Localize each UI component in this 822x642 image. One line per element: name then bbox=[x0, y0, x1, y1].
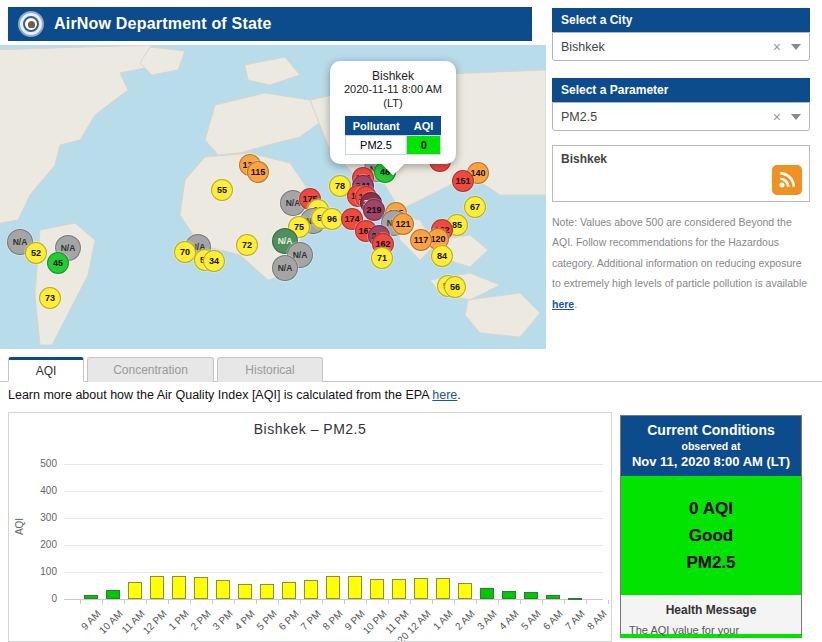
aqi-map-marker[interactable]: 56 bbox=[444, 276, 466, 298]
aqi-map-marker[interactable]: 73 bbox=[39, 287, 61, 309]
learn-more-text: Learn more about how the Air Quality Ind… bbox=[8, 388, 432, 402]
aqi-map-marker[interactable]: 70 bbox=[174, 241, 196, 263]
chart-bar[interactable] bbox=[106, 590, 120, 599]
aqi-map-marker[interactable]: 55 bbox=[211, 179, 233, 201]
current-conditions-header: Current Conditions observed at Nov 11, 2… bbox=[621, 416, 801, 476]
aqi-value: 0 AQI bbox=[621, 499, 801, 519]
chart-bar[interactable] bbox=[348, 576, 362, 599]
feed-box: Bishkek bbox=[552, 145, 810, 202]
chart-x-tick bbox=[498, 600, 499, 604]
note-text: Note: Values above 500 are considered Be… bbox=[552, 216, 807, 289]
airnow-page: AirNow Department of State N/A52N/A45731… bbox=[0, 0, 822, 642]
chart-x-tick bbox=[300, 600, 301, 604]
chart-bar[interactable] bbox=[194, 577, 208, 599]
chevron-down-icon[interactable] bbox=[791, 114, 801, 120]
aqi-map-marker[interactable]: 121 bbox=[392, 213, 414, 235]
chart-title: Bishkek – PM2.5 bbox=[9, 421, 611, 437]
aqi-pollutant: PM2.5 bbox=[621, 553, 801, 573]
chart-x-tick bbox=[432, 600, 433, 604]
chart-bar[interactable] bbox=[568, 598, 582, 600]
health-message-text: The AQI value for your community is betw… bbox=[629, 621, 793, 642]
chart-x-tick bbox=[454, 600, 455, 604]
chart-bar[interactable] bbox=[326, 576, 340, 599]
chart-gridline bbox=[64, 572, 603, 573]
aqi-map-marker[interactable]: 117 bbox=[410, 229, 432, 251]
chart-y-tick-label: 100 bbox=[17, 566, 57, 577]
aqi-map-marker[interactable]: 96 bbox=[321, 208, 343, 230]
chart-x-tick bbox=[102, 600, 103, 604]
aqi-map-marker[interactable]: 45 bbox=[47, 252, 69, 274]
chart-gridline bbox=[64, 464, 603, 465]
current-conditions-panel: Current Conditions observed at Nov 11, 2… bbox=[620, 415, 802, 638]
clear-x-icon[interactable]: × bbox=[773, 39, 781, 55]
chart-x-tick bbox=[520, 600, 521, 604]
tab-historical[interactable]: Historical bbox=[217, 357, 323, 382]
chevron-down-icon[interactable] bbox=[791, 44, 801, 50]
chart-bar[interactable] bbox=[480, 588, 494, 599]
chart-y-tick-label: 200 bbox=[17, 539, 57, 550]
chart-x-tick bbox=[476, 600, 477, 604]
rss-icon[interactable] bbox=[772, 165, 802, 195]
chart-bar[interactable] bbox=[172, 576, 186, 599]
aqi-map-marker[interactable]: 115 bbox=[247, 161, 269, 183]
chart-bar[interactable] bbox=[304, 580, 318, 599]
chart-x-tick bbox=[410, 600, 411, 604]
chart-bar[interactable] bbox=[458, 583, 472, 599]
chart-gridline bbox=[64, 518, 603, 519]
chart-bar[interactable] bbox=[414, 578, 428, 599]
chart-bar[interactable] bbox=[392, 579, 406, 599]
popup-timezone: (LT) bbox=[336, 97, 450, 111]
chart-bar[interactable] bbox=[370, 579, 384, 599]
chart-y-tick-label: 500 bbox=[17, 458, 57, 469]
chart-x-tick bbox=[564, 600, 565, 604]
city-select-header: Select a City bbox=[552, 8, 810, 32]
chart-bar[interactable] bbox=[524, 592, 538, 599]
popup-aqi-value: 0 bbox=[407, 135, 441, 154]
chart-y-tick-label: 400 bbox=[17, 485, 57, 496]
aqi-map-marker[interactable]: 52 bbox=[25, 242, 47, 264]
chart-x-tick bbox=[608, 600, 609, 604]
chart-y-tick-label: 0 bbox=[17, 593, 57, 604]
observed-at-label: observed at bbox=[623, 440, 799, 452]
city-select[interactable]: Bishkek × bbox=[552, 32, 810, 61]
chart-x-tick bbox=[212, 600, 213, 604]
chart-bar[interactable] bbox=[84, 595, 98, 599]
chart-bar[interactable] bbox=[546, 595, 560, 599]
learn-more-line: Learn more about how the Air Quality Ind… bbox=[8, 388, 461, 402]
chart-x-tick bbox=[322, 600, 323, 604]
chart-gridline bbox=[64, 545, 603, 546]
chart-bar[interactable] bbox=[502, 591, 516, 599]
health-message-section: Health Message The AQI value for your co… bbox=[621, 595, 801, 642]
aqi-status-box: 0 AQI Good PM2.5 bbox=[621, 476, 801, 595]
chart-bar[interactable] bbox=[436, 578, 450, 599]
learn-more-here-link[interactable]: here bbox=[432, 388, 457, 402]
city-select-value: Bishkek bbox=[561, 40, 773, 54]
aqi-category: Good bbox=[621, 526, 801, 546]
aqi-map-marker[interactable]: 67 bbox=[464, 196, 486, 218]
aqi-map-marker[interactable]: 34 bbox=[203, 250, 225, 272]
chart-bar[interactable] bbox=[282, 582, 296, 599]
chart-x-tick bbox=[168, 600, 169, 604]
chart-x-tick bbox=[124, 600, 125, 604]
parameter-select-value: PM2.5 bbox=[561, 110, 773, 124]
world-map[interactable]: N/A52N/A45731311155578N/A17565N/A569675N… bbox=[0, 45, 546, 349]
aqi-map-marker[interactable]: N/A bbox=[272, 255, 298, 281]
tab-concentration[interactable]: Concentration bbox=[87, 357, 214, 382]
note-here-link[interactable]: here bbox=[552, 298, 574, 310]
parameter-select[interactable]: PM2.5 × bbox=[552, 102, 810, 131]
clear-x-icon[interactable]: × bbox=[773, 109, 781, 125]
aqi-map-marker[interactable]: 84 bbox=[431, 245, 453, 267]
chart-bar[interactable] bbox=[238, 584, 252, 599]
chart-bar[interactable] bbox=[260, 584, 274, 599]
chart-x-tick bbox=[344, 600, 345, 604]
aqi-map-marker[interactable]: 151 bbox=[452, 170, 474, 192]
chart-bar[interactable] bbox=[128, 582, 142, 599]
tab-aqi[interactable]: AQI bbox=[8, 357, 84, 382]
aqi-bar-chart: Bishkek – PM2.5 AQI 01002003004005009 AM… bbox=[8, 412, 612, 642]
chart-bar[interactable] bbox=[216, 580, 230, 599]
aqi-map-marker[interactable]: 72 bbox=[236, 234, 258, 256]
chart-bar[interactable] bbox=[150, 576, 164, 599]
map-popup[interactable]: Bishkek 2020-11-11 8:00 AM (LT) Pollutan… bbox=[330, 61, 456, 164]
aqi-map-marker[interactable]: 71 bbox=[371, 247, 393, 269]
parameter-select-header: Select a Parameter bbox=[552, 78, 810, 102]
